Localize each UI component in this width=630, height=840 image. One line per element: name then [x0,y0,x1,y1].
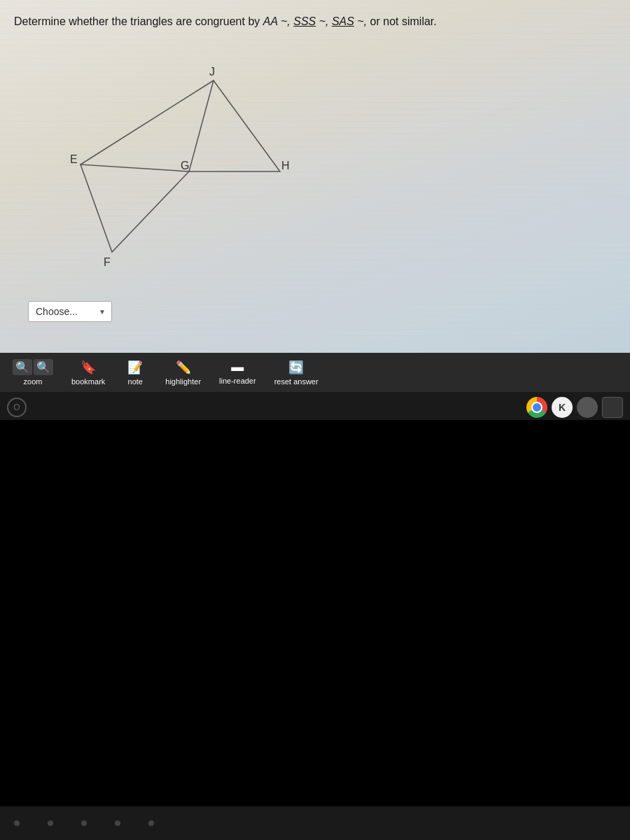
line-reader-icon: ▬ [231,360,244,374]
note-label: note [128,377,143,386]
line-reader-tool[interactable]: ▬ line-reader [214,357,262,388]
system-right-icons: K [526,397,623,418]
label-g: G [181,160,189,172]
taskbar-dot-5 [148,820,154,826]
bottom-bar-items [14,820,154,826]
choose-label: Choose... [36,306,78,317]
reset-label: reset answer [274,377,318,386]
taskbar-dot-2 [48,820,53,826]
note-icon: 📝 [127,360,143,375]
label-j: J [209,66,215,78]
system-circle-button[interactable]: O [7,398,27,417]
triangles-svg: E F G J H [28,35,322,273]
taskbar-dot-3 [81,820,87,826]
method-sas: SAS ~, [332,15,370,27]
highlighter-tool[interactable]: ✏️ highlighter [160,357,206,388]
zoom-icons: 🔍 🔍 [13,359,53,375]
triangle-efg [80,164,189,252]
zoom-label: zoom [24,377,43,386]
label-e: E [70,153,78,165]
method-not-similar: or not similar. [370,15,437,27]
toolbar: 🔍 🔍 zoom 🔖 bookmark 📝 note ✏️ highlighte… [0,353,630,392]
method-aa: AA ~, [263,15,293,27]
line-reader-label: line-reader [219,377,256,385]
bookmark-tool[interactable]: 🔖 bookmark [66,357,111,388]
chrome-icon[interactable] [526,397,547,418]
note-tool[interactable]: 📝 note [118,357,153,388]
zoom-out-icon[interactable]: 🔍 [13,359,32,375]
reset-answer-tool[interactable]: 🔄 reset answer [269,357,324,388]
k-icon[interactable]: K [552,397,573,418]
line-ej [80,80,214,164]
zoom-tool[interactable]: 🔍 🔍 zoom [7,356,59,388]
choose-dropdown[interactable]: Choose... [28,301,112,322]
taskbar-dot-1 [14,820,20,826]
system-bar: O K [0,392,630,423]
bookmark-icon: 🔖 [80,360,96,375]
highlighter-icon: ✏️ [176,360,191,375]
method-sss: SSS ~, [293,15,332,27]
taskbar-dot-4 [115,820,120,826]
triangle-diagram: E F G J H [28,35,322,276]
triangle-jgh [189,80,280,172]
main-content: Determine whether the triangles are cong… [0,0,630,392]
reset-icon: 🔄 [288,360,304,375]
bottom-bar [0,806,630,840]
gray-circle-icon[interactable] [577,397,598,418]
question-text: Determine whether the triangles are cong… [14,14,437,29]
label-h: H [281,160,290,172]
highlighter-label: highlighter [165,377,201,386]
bookmark-label: bookmark [71,377,105,386]
question-prefix: Determine whether the triangles are cong… [14,15,260,27]
zoom-in-icon[interactable]: 🔍 [34,359,53,375]
dark-square-icon[interactable] [602,397,623,418]
black-area [0,420,630,840]
circle-label: O [13,402,20,412]
label-f: F [104,256,111,268]
